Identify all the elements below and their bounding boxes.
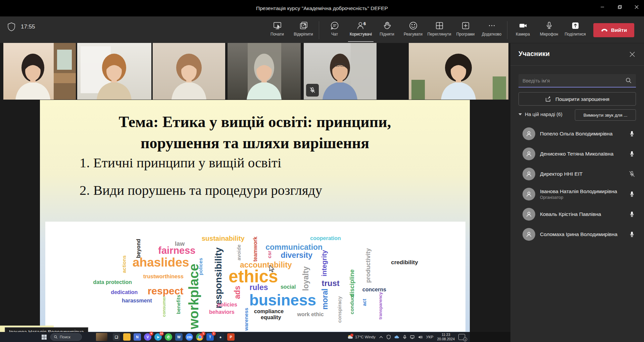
- app-glyph: V: [146, 335, 149, 339]
- mute-all-button[interactable]: Вимкнути звук для ...: [575, 109, 636, 121]
- participants-header: Учасники: [518, 50, 550, 58]
- leave-button[interactable]: Вийти: [593, 23, 634, 37]
- mic-on-icon[interactable]: [629, 150, 636, 158]
- start-share-button[interactable]: Почати: [264, 18, 290, 42]
- unpin-button[interactable]: Відкріпити: [291, 18, 316, 42]
- word-cloud-word: responsibility: [214, 247, 223, 308]
- participant-video[interactable]: [3, 43, 76, 100]
- explorer-icon[interactable]: [123, 333, 131, 341]
- close-button[interactable]: [628, 0, 644, 14]
- participant-texts: Коваль Крістіна Павлівна: [540, 211, 624, 217]
- share-invite-button[interactable]: Поширити запрошення: [518, 92, 636, 106]
- microphone-icon: [545, 21, 554, 30]
- taskbar-search[interactable]: Поиск: [50, 333, 82, 341]
- taskbar-search-placeholder: Поиск: [60, 335, 70, 339]
- tray-expand-icon[interactable]: [379, 336, 383, 338]
- powerpoint-icon[interactable]: P: [227, 333, 235, 341]
- keyboard-language[interactable]: УКР: [426, 335, 434, 339]
- app-badge: 1: [212, 332, 216, 336]
- mic-on-icon[interactable]: [629, 231, 636, 238]
- participant-video[interactable]: [77, 43, 151, 100]
- app-background: [470, 332, 510, 342]
- participant-row[interactable]: Іванова Наталія Володимирівна Організато…: [510, 184, 644, 204]
- telegram-icon[interactable]: ➤22: [154, 333, 162, 341]
- camera-icon: [518, 21, 528, 30]
- close-panel-button[interactable]: [629, 51, 637, 59]
- viber-icon[interactable]: V4: [144, 333, 151, 341]
- word-cloud-word: act: [362, 299, 367, 306]
- word-icon[interactable]: W: [175, 333, 183, 341]
- participant-video[interactable]: [409, 43, 508, 100]
- chrome-icon[interactable]: 1: [196, 333, 203, 341]
- users-button[interactable]: 6 Користувачі: [348, 18, 374, 42]
- microphone-button[interactable]: Мікрофон: [536, 18, 562, 42]
- participant-name: Денисенко Тетяна Миколаївна: [540, 151, 624, 157]
- slide-title: Тема: Етика у вищій освіті: принципи, по…: [40, 111, 470, 154]
- meeting-timer: 17:55: [21, 23, 35, 30]
- panel-divider: [510, 65, 644, 66]
- start-button[interactable]: [40, 333, 48, 341]
- weather-widget[interactable]: 17°C Windy: [348, 335, 376, 339]
- restore-button[interactable]: [611, 0, 628, 14]
- participant-row[interactable]: Попело Ольга Володимирівна: [510, 124, 644, 144]
- react-icon: [409, 21, 418, 30]
- word-cloud-word: productivity: [365, 248, 371, 283]
- taskbar-clock[interactable]: 11:23 20.08.2024: [437, 333, 455, 341]
- mic-on-icon[interactable]: [629, 130, 636, 137]
- app-glyph: zm: [187, 335, 192, 339]
- mic-on-icon[interactable]: [629, 190, 636, 198]
- mic-on-icon[interactable]: [629, 211, 636, 218]
- defender-shield-icon[interactable]: [387, 335, 391, 339]
- t-app-icon[interactable]: T1: [206, 333, 214, 341]
- tray-time: 11:23: [437, 333, 455, 337]
- notes-icon[interactable]: N: [134, 333, 141, 341]
- share-button[interactable]: Поділитися: [562, 18, 588, 42]
- raise-hand-button[interactable]: Підняти: [374, 18, 400, 42]
- participant-row[interactable]: Коваль Крістіна Павлівна: [510, 204, 644, 224]
- participant-row[interactable]: Директор ННІ ЕІТ: [510, 164, 644, 184]
- participant-row[interactable]: Соломаха Ірина Володимирівна: [510, 224, 644, 244]
- shield-icon: [7, 22, 15, 31]
- close-icon: [635, 5, 639, 9]
- avatar: [523, 208, 535, 221]
- camera-button[interactable]: Камера: [510, 18, 536, 42]
- word-cloud-word: trust: [321, 279, 339, 287]
- hangup-icon: [601, 28, 608, 32]
- search-participants-input[interactable]: Введіть ім'я: [518, 74, 636, 88]
- window-preview-thumbnail[interactable]: [96, 333, 107, 341]
- chat-label: Чат: [331, 32, 338, 37]
- mic-muted-icon[interactable]: [629, 170, 636, 178]
- onedrive-cloud-icon[interactable]: [394, 335, 399, 339]
- in-meeting-section-toggle[interactable]: На цій нараді (6): [518, 112, 562, 117]
- participant-video[interactable]: [228, 43, 301, 100]
- start-share-icon: [273, 21, 282, 30]
- slide-list-item: 1. Етичні принципи у вищій освіті: [80, 155, 281, 171]
- participant-video[interactable]: [153, 43, 225, 100]
- task-view-icon[interactable]: ❏: [113, 333, 120, 341]
- participant-row[interactable]: Денисенко Тетяна Миколаївна: [510, 144, 644, 164]
- apps-icon: [461, 21, 470, 30]
- minimize-button[interactable]: [594, 0, 611, 14]
- app-badge: 22: [159, 332, 164, 336]
- game-icon[interactable]: ♠: [217, 333, 224, 341]
- avatar: [523, 148, 535, 160]
- network-display-icon[interactable]: [410, 335, 414, 339]
- view-button[interactable]: Переглянути: [427, 18, 452, 42]
- avatar: [523, 127, 535, 140]
- view-icon: [435, 21, 444, 30]
- zoom-icon[interactable]: zm: [186, 333, 193, 341]
- notification-center-icon[interactable]: 1: [458, 334, 465, 340]
- slide-title-line2: порушення та шляхи вирішення: [40, 132, 470, 154]
- react-button[interactable]: Реагувати: [400, 18, 426, 42]
- word-cloud-word: fairness: [158, 245, 195, 255]
- word-cloud-word: harassment: [122, 298, 152, 303]
- apps-button[interactable]: Програми: [453, 18, 478, 42]
- speaker-icon[interactable]: [418, 335, 423, 339]
- whatsapp-icon[interactable]: ✆: [165, 333, 172, 341]
- chat-button[interactable]: Чат: [322, 18, 347, 42]
- share-label: Поділитися: [564, 32, 586, 37]
- word-cloud-word: cooperation: [310, 236, 341, 241]
- word-cloud-word: avoide: [236, 244, 241, 261]
- more-button[interactable]: Додатково: [479, 18, 504, 42]
- tray-mic-icon[interactable]: [403, 335, 406, 339]
